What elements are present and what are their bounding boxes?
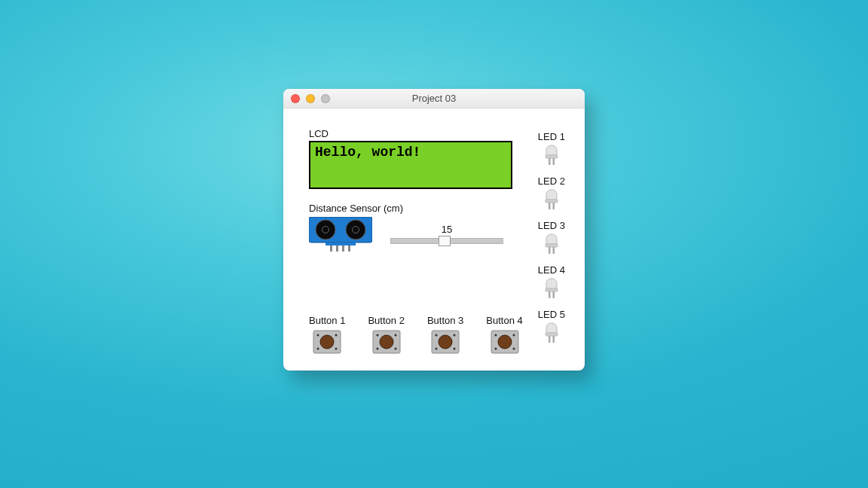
- traffic-lights: [291, 94, 330, 103]
- distance-sensor-value: 15: [442, 224, 452, 235]
- svg-rect-39: [552, 203, 555, 209]
- svg-point-18: [376, 334, 378, 337]
- svg-point-33: [512, 348, 515, 350]
- svg-rect-38: [549, 203, 551, 209]
- led-3-label: LED 3: [538, 220, 565, 231]
- button-4-label: Button 4: [486, 315, 522, 326]
- svg-point-30: [494, 334, 497, 337]
- svg-rect-48: [552, 336, 555, 343]
- svg-rect-8: [342, 246, 344, 252]
- distance-sensor-label: Distance Sensor (cm): [309, 203, 567, 214]
- buttons-row: Button 1 Button 2: [309, 315, 523, 355]
- led-2-label: LED 2: [538, 175, 565, 187]
- svg-rect-40: [546, 244, 558, 247]
- svg-point-14: [317, 348, 319, 350]
- button-1-label: Button 1: [309, 315, 345, 326]
- led-3-icon: [543, 233, 560, 255]
- window-content: LCD Hello, world! Distance Sensor (cm): [283, 108, 585, 371]
- svg-point-21: [394, 348, 396, 350]
- svg-rect-42: [552, 247, 555, 254]
- led-4-label: LED 4: [538, 264, 565, 276]
- led-2-icon: [543, 188, 560, 211]
- ultrasonic-sensor-icon: [309, 217, 372, 253]
- svg-rect-37: [546, 200, 558, 203]
- svg-point-26: [436, 348, 438, 350]
- close-icon[interactable]: [291, 94, 300, 103]
- svg-point-2: [346, 220, 365, 239]
- svg-rect-9: [348, 246, 350, 252]
- svg-rect-46: [546, 333, 558, 336]
- svg-point-12: [317, 334, 319, 337]
- led-1-label: LED 1: [538, 131, 565, 142]
- zoom-icon[interactable]: [321, 94, 330, 103]
- svg-rect-34: [546, 155, 558, 158]
- svg-rect-43: [546, 288, 558, 291]
- push-button-2[interactable]: [371, 329, 402, 355]
- svg-point-25: [454, 334, 456, 337]
- led-5-label: LED 5: [538, 309, 565, 320]
- svg-rect-44: [549, 291, 551, 298]
- svg-point-13: [335, 334, 338, 337]
- leds-column: LED 1 LED 2: [538, 131, 565, 344]
- svg-rect-36: [552, 158, 555, 165]
- led-1-icon: [543, 144, 560, 166]
- svg-rect-41: [549, 247, 551, 254]
- svg-point-32: [494, 348, 497, 350]
- distance-sensor-slider[interactable]: [390, 235, 503, 247]
- app-window: Project 03 LCD Hello, world! Distance Se…: [283, 89, 585, 371]
- svg-point-15: [335, 348, 338, 350]
- svg-point-20: [376, 348, 378, 350]
- minimize-icon[interactable]: [306, 94, 315, 103]
- svg-point-17: [380, 335, 393, 349]
- titlebar[interactable]: Project 03: [283, 89, 585, 108]
- svg-point-27: [454, 348, 456, 350]
- svg-point-11: [320, 335, 334, 349]
- svg-point-1: [316, 220, 335, 239]
- svg-rect-5: [326, 242, 356, 246]
- svg-point-23: [439, 335, 452, 349]
- slider-thumb[interactable]: [439, 236, 451, 246]
- svg-rect-35: [549, 158, 551, 165]
- push-button-4[interactable]: [490, 329, 520, 355]
- svg-rect-6: [330, 246, 332, 252]
- svg-point-29: [498, 335, 512, 349]
- button-3-label: Button 3: [427, 315, 463, 326]
- svg-rect-45: [552, 291, 555, 298]
- button-2-label: Button 2: [368, 315, 404, 326]
- window-title: Project 03: [412, 93, 457, 104]
- lcd-label: LCD: [309, 128, 567, 139]
- svg-point-19: [394, 334, 396, 337]
- lcd-display: Hello, world!: [309, 141, 512, 189]
- led-4-icon: [543, 277, 560, 300]
- push-button-1[interactable]: [312, 329, 342, 355]
- push-button-3[interactable]: [430, 329, 460, 355]
- svg-point-31: [512, 334, 515, 337]
- svg-rect-47: [549, 336, 551, 343]
- svg-point-24: [436, 334, 438, 337]
- svg-rect-7: [336, 246, 338, 252]
- led-5-icon: [543, 322, 560, 344]
